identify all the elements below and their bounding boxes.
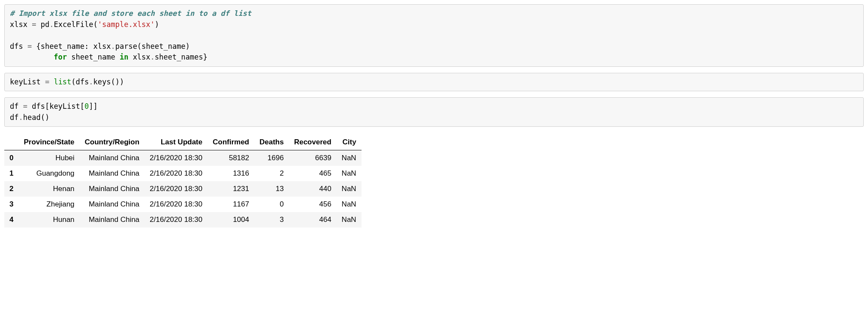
code-text: ]]: [89, 102, 97, 111]
code-comment: # Import xlsx file and store each sheet …: [10, 9, 251, 18]
code-string: 'sample.xlsx': [98, 20, 155, 29]
code-text: df: [10, 113, 18, 122]
cell: Mainland China: [80, 212, 145, 227]
dataframe-output: Province/State Country/Region Last Updat…: [4, 135, 362, 227]
code-text: xlsx: [128, 53, 150, 61]
code-op: .: [18, 113, 23, 122]
code-text: df: [10, 102, 23, 111]
cell: NaN: [337, 212, 362, 227]
row-index: 2: [4, 181, 18, 197]
code-text: sheet_names}: [155, 53, 208, 61]
cell: Hunan: [18, 212, 79, 227]
code-text: ): [155, 20, 159, 29]
code-op: .: [49, 20, 54, 29]
code-cell-2: keyList = list(dfs.keys()): [4, 73, 864, 92]
table-row: 2 Henan Mainland China 2/16/2020 18:30 1…: [4, 181, 362, 197]
cell: Guangdong: [18, 166, 79, 181]
code-text: sheet_name: [67, 53, 120, 61]
cell: 1696: [254, 150, 289, 166]
code-text: [49, 78, 54, 86]
table-header: Last Update: [145, 135, 208, 150]
cell: 440: [289, 181, 337, 197]
table-header: Recovered: [289, 135, 337, 150]
cell: 464: [289, 212, 337, 227]
table-header: Confirmed: [208, 135, 254, 150]
code-text: pd: [36, 20, 49, 29]
cell: Mainland China: [80, 181, 145, 197]
code-text: (dfs: [71, 78, 89, 86]
cell: 2/16/2020 18:30: [145, 166, 208, 181]
cell: 1167: [208, 197, 254, 212]
cell: 3: [254, 212, 289, 227]
cell: 2/16/2020 18:30: [145, 181, 208, 197]
cell: 6639: [289, 150, 337, 166]
table-row: 1 Guangdong Mainland China 2/16/2020 18:…: [4, 166, 362, 181]
cell: Mainland China: [80, 150, 145, 166]
cell: 1004: [208, 212, 254, 227]
code-text: ExcelFile(: [54, 20, 97, 29]
code-text: keys()): [93, 78, 124, 86]
row-index: 0: [4, 150, 18, 166]
cell: Henan: [18, 181, 79, 197]
cell: 2/16/2020 18:30: [145, 212, 208, 227]
code-text: xlsx: [10, 20, 32, 29]
cell: 465: [289, 166, 337, 181]
code-text: keyList: [10, 78, 45, 86]
cell: NaN: [337, 150, 362, 166]
code-op: =: [27, 42, 32, 51]
code-text: {sheet_name: xlsx: [32, 42, 111, 51]
code-text: parse(sheet_name): [115, 42, 190, 51]
cell: 456: [289, 197, 337, 212]
code-op: =: [45, 78, 49, 86]
cell: NaN: [337, 197, 362, 212]
cell: Hubei: [18, 150, 79, 166]
code-op: .: [151, 53, 155, 61]
cell: Mainland China: [80, 166, 145, 181]
cell: 2: [254, 166, 289, 181]
table-header: [4, 135, 18, 150]
code-text: dfs: [10, 42, 27, 51]
code-number: 0: [84, 102, 89, 111]
code-op: .: [89, 78, 93, 86]
cell: 1231: [208, 181, 254, 197]
cell: NaN: [337, 181, 362, 197]
cell: Zhejiang: [18, 197, 79, 212]
cell: 0: [254, 197, 289, 212]
cell: NaN: [337, 166, 362, 181]
cell: 58182: [208, 150, 254, 166]
code-text: head(): [23, 113, 49, 122]
code-text: [10, 53, 54, 61]
code-cell-3: df = dfs[keyList[0]] df.head(): [4, 97, 864, 127]
code-cell-1: # Import xlsx file and store each sheet …: [4, 4, 864, 67]
row-index: 3: [4, 197, 18, 212]
code-op: =: [32, 20, 36, 29]
code-keyword: in: [120, 53, 128, 61]
cell: Mainland China: [80, 197, 145, 212]
cell: 2/16/2020 18:30: [145, 197, 208, 212]
table-header: City: [337, 135, 362, 150]
table-header: Province/State: [18, 135, 79, 150]
code-text: dfs[keyList[: [27, 102, 84, 111]
cell: 13: [254, 181, 289, 197]
table-row: 3 Zhejiang Mainland China 2/16/2020 18:3…: [4, 197, 362, 212]
table-header: Country/Region: [80, 135, 145, 150]
table-header-row: Province/State Country/Region Last Updat…: [4, 135, 362, 150]
table-row: 0 Hubei Mainland China 2/16/2020 18:30 5…: [4, 150, 362, 166]
cell: 2/16/2020 18:30: [145, 150, 208, 166]
code-op: .: [111, 42, 115, 51]
row-index: 4: [4, 212, 18, 227]
table-row: 4 Hunan Mainland China 2/16/2020 18:30 1…: [4, 212, 362, 227]
code-keyword: for: [54, 53, 67, 61]
row-index: 1: [4, 166, 18, 181]
code-op: =: [23, 102, 27, 111]
code-builtin: list: [54, 78, 71, 86]
cell: 1316: [208, 166, 254, 181]
table-header: Deaths: [254, 135, 289, 150]
